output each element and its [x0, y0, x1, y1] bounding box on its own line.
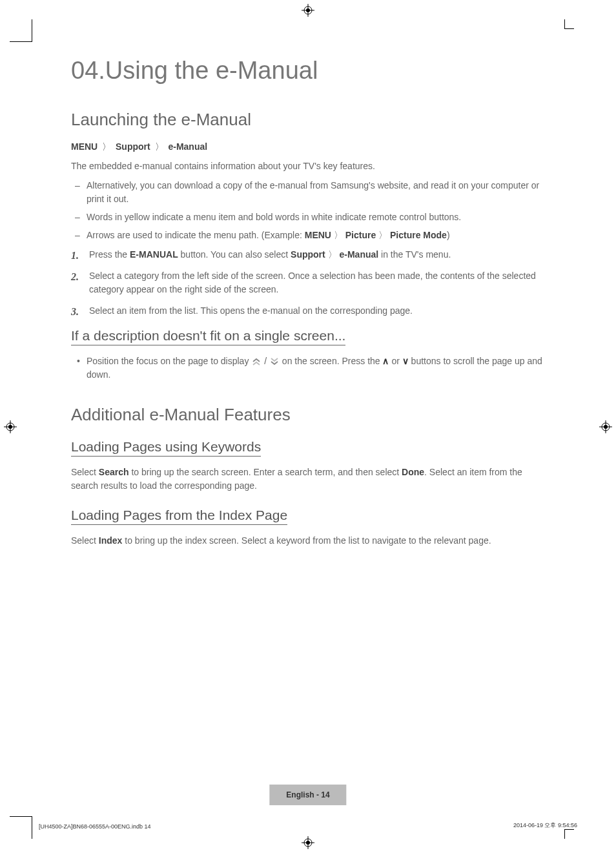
subsection-heading-single-screen: If a description doesn't fit on a single… — [71, 328, 345, 345]
caret-up-icon: ∧ — [382, 356, 389, 366]
page-number-badge: English - 14 — [269, 785, 346, 805]
crop-mark-tr — [564, 19, 574, 29]
subsection-heading-keywords: Loading Pages using Keywords — [71, 439, 261, 457]
step-number: 3. — [71, 304, 79, 320]
page-content: 04.Using the e-Manual Launching the e-Ma… — [71, 58, 549, 553]
menu-path-separator-icon: 〉 — [376, 230, 390, 240]
crop-mark-br — [564, 829, 574, 839]
chapter-number: 04. — [71, 57, 105, 84]
bullet-item: Position the focus on the page to displa… — [87, 355, 549, 382]
menu-path-separator-icon: 〉 — [102, 141, 111, 152]
svg-point-11 — [604, 425, 608, 429]
menu-path-separator-icon: 〉 — [331, 230, 345, 240]
note-item: Alternatively, you can download a copy o… — [87, 179, 549, 205]
svg-point-7 — [8, 425, 12, 429]
svg-point-3 — [306, 8, 310, 12]
menu-path-item: MENU — [71, 141, 98, 152]
menu-path-item: Support — [116, 141, 150, 152]
registration-mark-icon — [302, 4, 314, 17]
chapter-title: 04.Using the e-Manual — [71, 58, 549, 83]
subsection-heading-index: Loading Pages from the Index Page — [71, 508, 287, 525]
step-item: 1. Press the E-MANUAL button. You can al… — [89, 248, 549, 262]
step-item: 3. Select an item from the list. This op… — [89, 304, 549, 318]
footer-filename: [UH4500-ZA]BN68-06555A-00ENG.indb 14 — [39, 823, 151, 830]
menu-path-separator-icon: 〉 — [155, 141, 164, 152]
intro-text: The embedded e-manual contains informati… — [71, 159, 549, 172]
step-number: 1. — [71, 248, 79, 263]
section-heading-additional: Additional e-Manual Features — [71, 405, 549, 425]
index-text: Select Index to bring up the index scree… — [71, 534, 549, 547]
note-list: Alternatively, you can download a copy o… — [71, 179, 549, 242]
menu-path-separator-icon: 〉 — [325, 249, 340, 260]
chapter-name: Using the e-Manual — [105, 57, 318, 84]
footer-timestamp: 2014-06-19 오후 9:54:56 — [513, 821, 577, 830]
step-item: 2. Select a category from the left side … — [89, 269, 549, 296]
registration-mark-icon — [302, 836, 314, 849]
bullet-list: Position the focus on the page to displa… — [71, 355, 549, 382]
note-item: Arrows are used to indicate the menu pat… — [87, 229, 549, 242]
crop-mark-tl — [10, 19, 32, 42]
double-chevron-down-icon — [269, 356, 280, 366]
menu-path-item: e-Manual — [168, 141, 207, 152]
crop-mark-bl — [10, 816, 32, 839]
note-item: Words in yellow indicate a menu item and… — [87, 211, 549, 223]
step-number: 2. — [71, 269, 79, 285]
step-list: 1. Press the E-MANUAL button. You can al… — [71, 248, 549, 318]
menu-path: MENU 〉 Support 〉 e-Manual — [71, 141, 549, 153]
keywords-text: Select Search to bring up the search scr… — [71, 466, 549, 492]
caret-down-icon: ∨ — [402, 356, 409, 366]
registration-mark-icon — [4, 420, 17, 433]
double-chevron-up-icon — [251, 356, 262, 366]
svg-point-15 — [306, 841, 310, 845]
registration-mark-icon — [599, 420, 612, 433]
section-heading-launching: Launching the e-Manual — [71, 110, 549, 130]
